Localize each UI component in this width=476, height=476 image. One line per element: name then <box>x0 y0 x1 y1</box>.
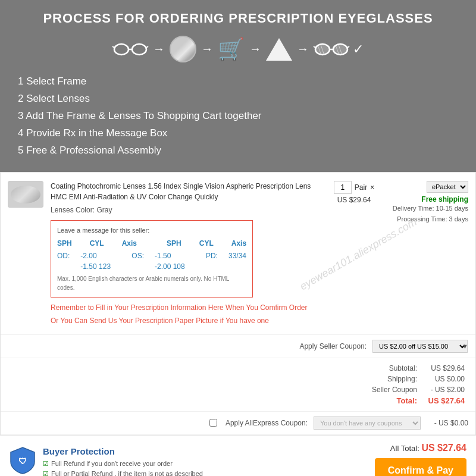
seller-coupon-total-label: Seller Coupon <box>368 384 421 395</box>
confirm-pay-button[interactable]: Confirm & Pay <box>375 458 466 476</box>
buyer-protection: 🛡 Buyer Protection ☑ Full Refund if you … <box>10 446 203 476</box>
od-values: -2.00 -1.50 123 <box>80 250 115 272</box>
quantity-col: Pair × US $29.64 <box>330 181 378 204</box>
seller-coupon-total-value: - US $2.00 <box>421 384 468 395</box>
total-value: US $27.64 <box>421 395 468 406</box>
od-label: OD: <box>57 250 70 272</box>
all-total-amount: US $27.64 <box>421 443 466 453</box>
protection-item-1: ☑ Full Refund if you don't receive your … <box>43 459 203 469</box>
svg-line-4 <box>146 46 148 48</box>
header-axis: Axis <box>122 238 137 249</box>
header-cyl: CYL <box>90 238 104 249</box>
header-sph2: SPH <box>167 238 181 249</box>
shipping-row: Shipping: US $0.00 <box>368 374 468 384</box>
protection-text-1: Full Refund if you don't receive your or… <box>51 459 173 469</box>
arrow2: → <box>201 42 213 56</box>
protection-text: Buyer Protection ☑ Full Refund if you do… <box>43 446 203 476</box>
steps-list: 1 Select Frame 2 Select Lenses 3 Add The… <box>12 73 464 159</box>
svg-line-9 <box>347 46 349 48</box>
step5-icon <box>314 40 349 58</box>
prescription-box: Leave a message for this seller: SPH CYL… <box>51 220 253 298</box>
svg-point-0 <box>114 44 129 55</box>
seller-coupon-row: Apply Seller Coupon: US $2.00 off US $15… <box>1 335 475 358</box>
pd-label: PD: <box>206 250 218 272</box>
all-total-label: All Total: US $27.64 <box>375 443 466 453</box>
subtotal-value: US $29.64 <box>421 363 468 374</box>
prescription-headers: SPH CYL Axis SPH CYL Axis <box>57 238 246 249</box>
apply-coupon-checkbox[interactable] <box>209 419 217 427</box>
shipping-select[interactable]: ePacket <box>427 181 468 193</box>
seller-coupon-total-row: Seller Coupon - US $2.00 <box>368 384 468 395</box>
totals-section: Subtotal: US $29.64 Shipping: US $0.00 S… <box>1 358 475 412</box>
svg-line-3 <box>112 46 114 48</box>
arrow4: → <box>297 42 309 56</box>
product-details: Coating Photochromic Lenses 1.56 Index S… <box>51 181 323 326</box>
footer-section: 🛡 Buyer Protection ☑ Full Refund if you … <box>0 436 476 476</box>
aliexpress-coupon-row: Apply AliExpress Coupon: You don't have … <box>1 412 475 435</box>
multiply-sign: × <box>370 183 374 192</box>
step-5: 5 Free & Professional Assembly <box>18 142 464 159</box>
shield-svg: 🛡 <box>10 446 36 475</box>
checkmark-icon: ✓ <box>353 42 364 57</box>
step-1: 1 Select Frame <box>18 73 464 90</box>
reminder-text: Remember to Fill in Your Prescription In… <box>51 302 323 313</box>
step1-icon <box>112 40 148 58</box>
page-title: PROCESS FOR ORDERING PRESCRIPTION EYEGLA… <box>12 11 464 26</box>
send-text: Or You Can Send Us Your Prescription Pap… <box>51 315 323 326</box>
header-axis2: Axis <box>231 238 246 249</box>
lenses-color-label: Lenses Color: <box>51 206 95 214</box>
delivery-time: Delivery Time: 10-15 days <box>393 203 468 214</box>
quantity-input[interactable] <box>334 181 352 194</box>
lenses-color-value: Gray <box>96 206 112 214</box>
seller-message-label: Leave a message for this seller: <box>57 226 246 236</box>
step2-icon <box>170 36 196 62</box>
svg-text:🛡: 🛡 <box>18 456 27 466</box>
header-cyl2: CYL <box>199 238 214 249</box>
total-row: Total: US $27.64 <box>368 395 468 406</box>
qty-pair: Pair × <box>334 181 374 194</box>
step-2: 2 Select Lenses <box>18 90 464 108</box>
order-section: Coating Photochromic Lenses 1.56 Index S… <box>0 172 476 436</box>
aliexpress-coupon-select[interactable]: You don't have any coupons <box>314 416 421 430</box>
header-sph: SPH <box>57 238 72 249</box>
step3-icon: 🛒 <box>218 37 245 62</box>
subtotal-label: Subtotal: <box>368 363 421 374</box>
arrow1: → <box>153 42 165 56</box>
product-title: Coating Photochromic Lenses 1.56 Index S… <box>51 181 323 202</box>
totals-table: Subtotal: US $29.64 Shipping: US $0.00 S… <box>368 363 468 406</box>
seller-coupon-label: Apply Seller Coupon: <box>299 342 367 350</box>
protection-item-2: ☑ Full or Partial Refund , if the item i… <box>43 469 203 476</box>
process-icons: → → 🛒 → → <box>12 36 464 62</box>
price-display: US $29.64 <box>337 196 371 204</box>
total-label: Total: <box>368 395 421 406</box>
step4-icon <box>266 38 292 61</box>
product-image <box>8 181 43 208</box>
subtotal-row: Subtotal: US $29.64 <box>368 363 468 374</box>
step-4: 4 Provide Rx in the Message Box <box>18 125 464 142</box>
seller-coupon-select[interactable]: US $2.00 off US $15.00 <box>372 340 468 353</box>
free-shipping: Free shipping <box>421 195 468 203</box>
lenses-color: Lenses Color: Gray <box>51 205 323 215</box>
order-item-row: Coating Photochromic Lenses 1.56 Index S… <box>1 173 475 335</box>
check-icon-1: ☑ <box>43 459 49 469</box>
protection-text-2: Full or Partial Refund , if the item is … <box>51 469 203 476</box>
prescription-note: Max. 1,000 English characters or Arabic … <box>57 274 246 292</box>
pd-value: 33/34 <box>228 250 246 272</box>
os-values: -1.50 -2.00 108 <box>155 250 189 272</box>
svg-line-8 <box>314 46 315 48</box>
unit-label: Pair <box>355 183 367 192</box>
arrow3: → <box>249 42 261 56</box>
shipping-value: US $0.00 <box>421 374 468 384</box>
processing-time: Processing Time: 3 days <box>397 214 468 225</box>
check-icon-2: ☑ <box>43 469 49 476</box>
header-section: PROCESS FOR ORDERING PRESCRIPTION EYEGLA… <box>0 0 476 172</box>
os-label: OS: <box>131 250 144 272</box>
buyer-protection-title: Buyer Protection <box>43 446 203 456</box>
shield-icon: 🛡 <box>10 446 36 475</box>
payment-col: All Total: US $27.64 Confirm & Pay <box>375 443 466 476</box>
prescription-values: OD: -2.00 -1.50 123 OS: -1.50 -2.00 108 … <box>57 250 246 272</box>
svg-point-1 <box>132 44 146 55</box>
shipping-col: ePacket Free shipping Delivery Time: 10-… <box>385 181 468 224</box>
aliexpress-discount: - US $0.00 <box>427 419 468 427</box>
shipping-label: Shipping: <box>368 374 421 384</box>
